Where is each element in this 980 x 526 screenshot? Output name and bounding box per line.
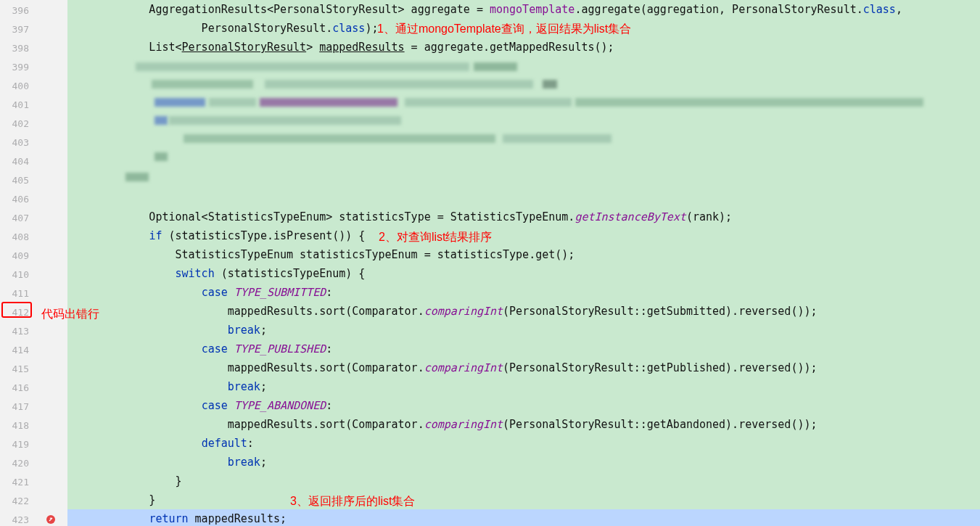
line-number: 416 (0, 379, 35, 398)
code-line[interactable] (67, 189, 980, 207)
line-number: 398 (0, 39, 35, 58)
line-number: 396 (0, 1, 35, 20)
code-line[interactable]: mappedResults.sort(Comparator.comparingI… (67, 302, 980, 321)
line-number: 402 (0, 115, 35, 133)
line-number: 412 (0, 303, 35, 322)
line-number: 399 (0, 58, 35, 77)
line-number: 401 (0, 96, 35, 115)
code-line[interactable]: StatisticsTypeEnum statisticsTypeEnum = … (67, 245, 980, 264)
line-number: 417 (0, 398, 35, 416)
code-line[interactable]: } (67, 472, 980, 490)
code-line[interactable]: switch (statisticsTypeEnum) { (67, 264, 980, 283)
line-number: 407 (0, 209, 35, 228)
line-number: 413 (0, 322, 35, 341)
code-line[interactable]: case TYPE_SUBMITTED: (67, 283, 980, 302)
code-line[interactable]: return mappedResults; (67, 509, 980, 526)
line-number: 419 (0, 435, 35, 454)
line-number: 404 (0, 152, 35, 171)
line-number: 414 (0, 341, 35, 360)
line-number: 411 (0, 284, 35, 303)
line-number: 409 (0, 247, 35, 266)
code-area[interactable]: AggregationResults<PersonalStoryResult> … (67, 0, 980, 526)
line-number: 418 (0, 416, 35, 435)
line-number-gutter: 3963973983994004014024034044054064074084… (0, 0, 35, 526)
code-line[interactable]: mappedResults.sort(Comparator.comparingI… (67, 358, 980, 377)
code-line[interactable]: AggregationResults<PersonalStoryResult> … (67, 0, 980, 19)
code-line[interactable]: case TYPE_PUBLISHED: (67, 340, 980, 358)
line-number: 420 (0, 454, 35, 473)
line-number: 408 (0, 228, 35, 247)
code-line[interactable]: Optional<StatisticsTypeEnum> statisticsT… (67, 207, 980, 226)
line-number: 400 (0, 77, 35, 96)
code-line[interactable]: if (statisticsType.isPresent()) { (67, 226, 980, 245)
line-number: 397 (0, 20, 35, 39)
line-number: 421 (0, 473, 35, 492)
error-marker-icon (46, 514, 56, 525)
code-line[interactable]: break; (67, 453, 980, 472)
line-number: 410 (0, 266, 35, 284)
code-line[interactable]: default: (67, 434, 980, 453)
code-editor[interactable]: 3963973983994004014024034044054064074084… (0, 0, 980, 526)
code-line[interactable]: } (67, 490, 980, 509)
line-number: 415 (0, 360, 35, 379)
marker-gutter (35, 0, 67, 526)
code-line[interactable]: PersonalStoryResult.class); (67, 19, 980, 38)
code-line[interactable]: break; (67, 321, 980, 340)
line-number: 422 (0, 492, 35, 511)
code-line[interactable]: case TYPE_ABANDONED: (67, 396, 980, 415)
line-number: 406 (0, 190, 35, 209)
line-number: 405 (0, 171, 35, 190)
code-line[interactable]: break; (67, 377, 980, 396)
code-line[interactable]: mappedResults.sort(Comparator.comparingI… (67, 415, 980, 434)
line-number: 423 (0, 511, 35, 526)
line-number: 403 (0, 133, 35, 152)
code-line[interactable]: List<PersonalStoryResult> mappedResults … (67, 38, 980, 57)
